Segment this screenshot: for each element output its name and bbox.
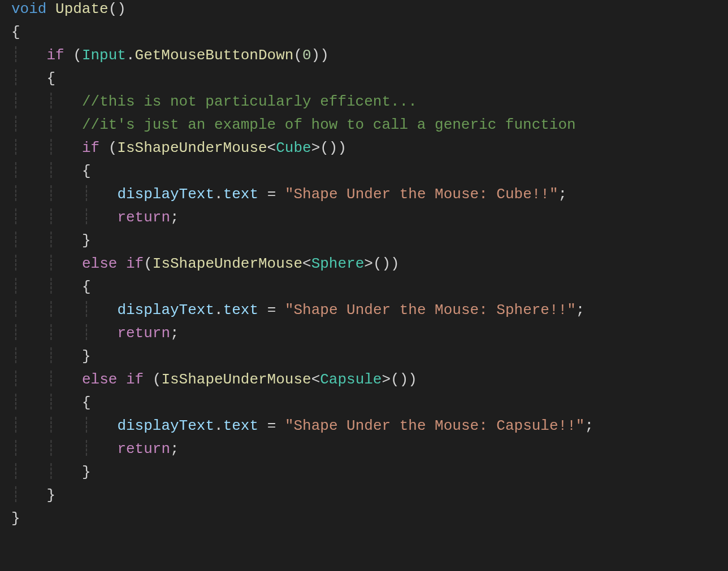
keyword-return: return: [117, 441, 170, 457]
member-text: text: [223, 302, 258, 319]
brace: {: [82, 278, 91, 295]
brace: {: [82, 394, 91, 411]
brace: }: [11, 510, 20, 527]
keyword-if: if: [126, 255, 144, 272]
code-line: ┊ {: [11, 70, 55, 87]
code-line: ┊ ┊ //this is not particularly efficent.…: [11, 93, 417, 110]
class-input: Input: [82, 47, 126, 64]
function-update: Update: [55, 1, 109, 18]
comment: //this is not particularly efficent...: [82, 93, 417, 110]
code-line: ┊ ┊ }: [11, 464, 91, 481]
brace: }: [82, 348, 91, 365]
keyword-if: if: [46, 47, 64, 64]
code-line: ┊ ┊ ┊ displayText.text = "Shape Under th…: [11, 417, 593, 434]
brace: {: [82, 163, 91, 180]
code-line: ┊ ┊ if (IsShapeUnderMouse<Cube>()): [11, 140, 346, 156]
brace: }: [46, 487, 55, 504]
code-line: ┊ ┊ }: [11, 232, 91, 249]
brace: }: [82, 232, 91, 249]
code-line: ┊ ┊ ┊ displayText.text = "Shape Under th…: [11, 302, 584, 319]
member-displaytext: displayText: [117, 302, 214, 319]
brace: {: [46, 70, 55, 87]
member-text: text: [223, 417, 258, 434]
keyword-if: if: [126, 371, 144, 388]
number-zero: 0: [302, 47, 311, 64]
parens: (): [109, 1, 126, 18]
class-sphere: Sphere: [311, 255, 365, 272]
string-literal: "Shape Under the Mouse: Sphere!!": [285, 302, 576, 319]
keyword-if: if: [82, 140, 99, 156]
code-line: void Update(): [11, 1, 126, 18]
code-line: }: [11, 510, 20, 527]
code-line: {: [11, 24, 20, 41]
member-displaytext: displayText: [117, 417, 214, 434]
member-text: text: [223, 186, 258, 203]
code-line: ┊ ┊ //it's just an example of how to cal…: [11, 116, 576, 133]
code-line: ┊ ┊ ┊ return;: [11, 325, 179, 342]
class-capsule: Capsule: [320, 371, 382, 388]
brace: {: [11, 24, 20, 41]
code-line: ┊ ┊ {: [11, 278, 91, 295]
function-getmousebuttondown: GetMouseButtonDown: [135, 47, 294, 64]
keyword-return: return: [117, 325, 170, 342]
code-line: ┊ ┊ }: [11, 348, 91, 365]
code-line: ┊ ┊ else if (IsShapeUnderMouse<Capsule>(…: [11, 371, 417, 388]
code-line: ┊ ┊ ┊ return;: [11, 441, 179, 457]
code-line: ┊ if (Input.GetMouseButtonDown(0)): [11, 47, 329, 64]
keyword-void: void: [11, 1, 46, 18]
code-line: ┊ }: [11, 487, 55, 504]
string-literal: "Shape Under the Mouse: Capsule!!": [285, 417, 585, 434]
code-line: ┊ ┊ ┊ return;: [11, 209, 179, 226]
code-editor[interactable]: void Update() { ┊ if (Input.GetMouseButt…: [0, 0, 728, 530]
brace: }: [82, 464, 91, 481]
keyword-else: else: [82, 255, 117, 272]
member-displaytext: displayText: [117, 186, 214, 203]
code-line: ┊ ┊ ┊ displayText.text = "Shape Under th…: [11, 186, 567, 203]
code-line: ┊ ┊ else if(IsShapeUnderMouse<Sphere>()): [11, 255, 400, 272]
string-literal: "Shape Under the Mouse: Cube!!": [285, 186, 558, 203]
code-line: ┊ ┊ {: [11, 163, 91, 180]
function-isshapeundermouse: IsShapeUnderMouse: [117, 140, 267, 156]
function-isshapeundermouse: IsShapeUnderMouse: [161, 371, 311, 388]
code-line: ┊ ┊ {: [11, 394, 91, 411]
class-cube: Cube: [276, 140, 311, 156]
keyword-return: return: [117, 209, 170, 226]
keyword-else: else: [82, 371, 117, 388]
comment: //it's just an example of how to call a …: [82, 116, 576, 133]
function-isshapeundermouse: IsShapeUnderMouse: [153, 255, 302, 272]
